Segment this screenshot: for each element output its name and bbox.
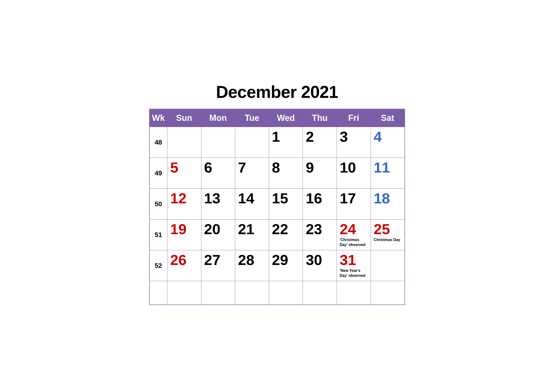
day-number: 2 [306,129,334,144]
day-cell: 8 [269,158,303,189]
day-number: 16 [306,191,334,206]
day-number: 6 [204,160,232,175]
day-number: 26 [170,253,198,267]
day-number: 10 [340,160,367,175]
day-number: 5 [170,160,198,175]
header-cell-mon: Mon [201,109,235,127]
day-number: 9 [306,160,334,175]
day-number: 28 [238,253,266,267]
day-cell [371,281,405,305]
day-cell [235,127,269,158]
day-number: 21 [238,222,266,237]
day-number: 27 [204,253,232,267]
day-number: 24 [340,222,367,237]
day-cell: 11 [371,158,405,189]
week-row: 5012131415161718 [149,189,405,219]
week-number: 49 [149,158,167,189]
header-cell-thu: Thu [303,109,337,127]
day-cell [201,281,235,305]
day-cell: 14 [235,189,269,219]
header-cell-sun: Sun [167,109,201,127]
day-cell: 26 [167,250,201,281]
day-cell: 18 [371,189,405,219]
header-row: WkSunMonTueWedThuFriSat [149,109,405,127]
day-number: 18 [374,191,402,206]
week-row: 51192021222324'Christmas Day' observed25… [149,219,405,250]
day-number: 4 [374,129,402,144]
day-cell: 23 [303,219,337,250]
day-cell: 24'Christmas Day' observed [337,219,371,250]
week-row: 481234 [149,127,405,158]
day-cell: 21 [235,219,269,250]
header-cell-fri: Fri [337,109,371,127]
day-cell: 7 [235,158,269,189]
day-number: 23 [306,222,334,237]
day-cell: 25Christmas Day [371,219,405,250]
calendar-title: December 2021 [149,82,405,102]
header-cell-wed: Wed [269,109,303,127]
day-cell: 22 [269,219,303,250]
day-cell [201,127,235,158]
day-cell: 28 [235,250,269,281]
day-cell: 16 [303,189,337,219]
day-cell: 19 [167,219,201,250]
day-cell [303,281,337,305]
day-number: 20 [204,222,232,237]
day-cell: 17 [337,189,371,219]
day-number: 17 [340,191,367,206]
day-cell: 29 [269,250,303,281]
day-cell: 12 [167,189,201,219]
day-number: 12 [170,191,198,206]
day-cell: 30 [303,250,337,281]
day-cell: 9 [303,158,337,189]
day-cell [167,281,201,305]
day-number: 22 [272,222,300,237]
calendar-container: December 2021 WkSunMonTueWedThuFriSat 48… [147,77,407,315]
day-cell: 20 [201,219,235,250]
day-cell: 10 [337,158,371,189]
day-number: 3 [340,129,367,144]
day-cell [235,281,269,305]
day-cell: 27 [201,250,235,281]
week-number: 50 [149,189,167,219]
week-row [149,281,405,305]
day-cell: 4 [371,127,405,158]
day-cell: 31'New Year's Day' observed [337,250,371,281]
day-number: 19 [170,222,198,237]
day-number: 7 [238,160,266,175]
calendar-table: WkSunMonTueWedThuFriSat 4812344956789101… [149,109,405,305]
day-note: 'New Year's Day' observed [340,268,367,278]
week-row: 52262728293031'New Year's Day' observed [149,250,405,281]
day-cell: 6 [201,158,235,189]
day-cell: 1 [269,127,303,158]
day-note: Christmas Day [374,238,402,242]
day-cell: 13 [201,189,235,219]
week-number: 51 [149,219,167,250]
day-cell [167,127,201,158]
day-cell [371,250,405,281]
week-number: 52 [149,250,167,281]
day-number: 1 [272,129,300,144]
day-cell [269,281,303,305]
day-cell: 3 [337,127,371,158]
day-number: 11 [374,160,402,175]
header-cell-tue: Tue [235,109,269,127]
header-cell-sat: Sat [371,109,405,127]
day-cell: 2 [303,127,337,158]
week-row: 49567891011 [149,158,405,189]
day-number: 30 [306,253,334,267]
day-number: 25 [374,222,402,237]
day-number: 8 [272,160,300,175]
day-number: 29 [272,253,300,267]
day-cell: 15 [269,189,303,219]
day-number: 31 [340,253,367,267]
day-cell: 5 [167,158,201,189]
day-note: 'Christmas Day' observed [340,238,367,247]
day-number: 14 [238,191,266,206]
day-cell [337,281,371,305]
week-number: 48 [149,127,167,158]
day-number: 13 [204,191,232,206]
week-number [149,281,167,305]
header-cell-wk: Wk [149,109,167,127]
day-number: 15 [272,191,300,206]
